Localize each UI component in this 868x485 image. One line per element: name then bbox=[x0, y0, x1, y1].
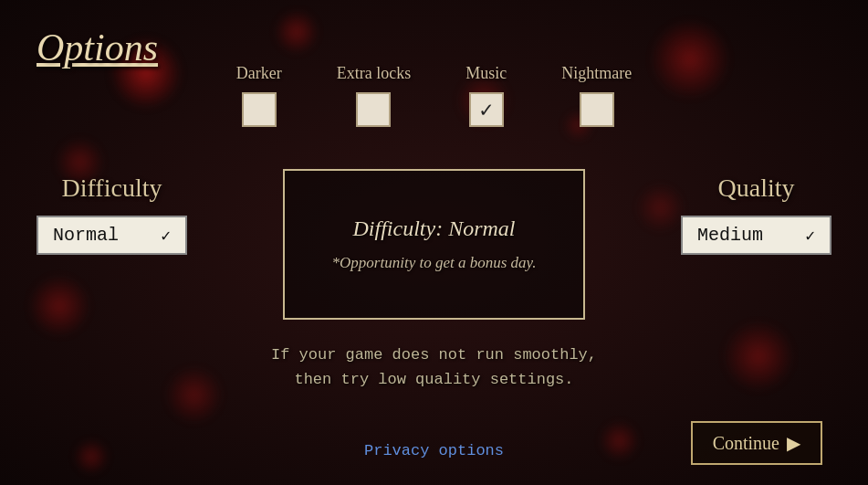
continue-button[interactable]: Continue ▶ bbox=[691, 421, 822, 465]
music-label: Music bbox=[465, 64, 507, 83]
extra-locks-checkbox[interactable] bbox=[356, 92, 391, 127]
main-content: Options Darker Extra locks Music Nightma… bbox=[0, 0, 868, 485]
info-description: *Opportunity to get a bonus day. bbox=[332, 254, 537, 272]
page-title: Options bbox=[37, 26, 158, 69]
hint-text: If your game does not run smoothly, then… bbox=[0, 343, 868, 392]
checkbox-extra-locks: Extra locks bbox=[337, 64, 411, 127]
checkboxes-row: Darker Extra locks Music Nightmare bbox=[0, 64, 868, 127]
darker-label: Darker bbox=[236, 64, 282, 83]
continue-arrow-icon: ▶ bbox=[787, 432, 800, 454]
quality-title: Quality bbox=[718, 174, 795, 203]
difficulty-title: Difficulty bbox=[62, 174, 162, 203]
quality-arrow: ✓ bbox=[805, 226, 815, 246]
difficulty-arrow: ✓ bbox=[161, 226, 171, 246]
darker-checkbox[interactable] bbox=[242, 92, 277, 127]
difficulty-value: Normal bbox=[53, 225, 119, 246]
continue-label: Continue bbox=[713, 433, 779, 454]
quality-value: Medium bbox=[697, 225, 763, 246]
info-difficulty-text: Difficulty: Normal bbox=[353, 216, 516, 241]
quality-dropdown[interactable]: Medium ✓ bbox=[681, 216, 831, 255]
info-box: Difficulty: Normal *Opportunity to get a… bbox=[283, 169, 585, 320]
nightmare-label: Nightmare bbox=[561, 64, 632, 83]
difficulty-section: Difficulty Normal ✓ bbox=[37, 174, 187, 255]
music-checkbox[interactable] bbox=[469, 92, 504, 127]
quality-section: Quality Medium ✓ bbox=[681, 174, 831, 255]
difficulty-dropdown[interactable]: Normal ✓ bbox=[37, 216, 187, 255]
nightmare-checkbox[interactable] bbox=[580, 92, 614, 127]
checkbox-music: Music bbox=[465, 64, 507, 127]
hint-line2: then try low quality settings. bbox=[0, 367, 868, 392]
extra-locks-label: Extra locks bbox=[337, 64, 411, 83]
hint-line1: If your game does not run smoothly, bbox=[0, 343, 868, 367]
checkbox-nightmare: Nightmare bbox=[561, 64, 632, 127]
checkbox-darker: Darker bbox=[236, 64, 282, 127]
